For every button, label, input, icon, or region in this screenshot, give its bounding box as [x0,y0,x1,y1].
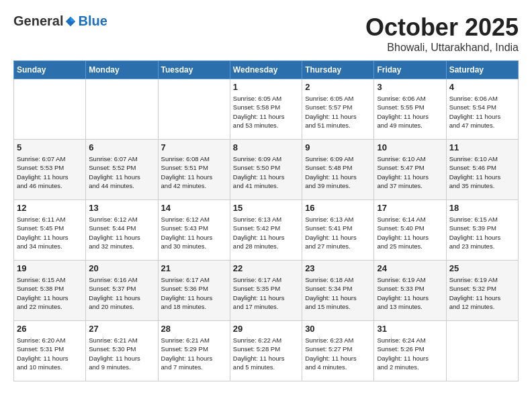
day-info: Sunrise: 6:13 AM Sunset: 5:42 PM Dayligh… [233,215,299,250]
month-title: October 2025 [365,13,519,42]
day-number: 14 [161,203,227,213]
day-info: Sunrise: 6:10 AM Sunset: 5:46 PM Dayligh… [449,154,515,190]
day-info: Sunrise: 6:07 AM Sunset: 5:53 PM Dayligh… [17,154,83,190]
calendar-cell: 3Sunrise: 6:06 AM Sunset: 5:55 PM Daylig… [374,79,446,140]
day-info: Sunrise: 6:21 AM Sunset: 5:30 PM Dayligh… [89,336,154,371]
day-number: 4 [449,82,515,92]
day-number: 2 [305,82,371,92]
calendar-cell [158,79,230,140]
calendar-cell: 4Sunrise: 6:06 AM Sunset: 5:54 PM Daylig… [446,79,518,140]
day-number: 6 [89,142,154,152]
calendar-cell: 16Sunrise: 6:13 AM Sunset: 5:41 PM Dayli… [302,200,374,261]
logo-blue: Blue [78,13,107,29]
weekday-header-wednesday: Wednesday [230,61,302,79]
day-number: 31 [377,324,443,334]
day-number: 24 [377,263,443,273]
calendar-cell: 23Sunrise: 6:18 AM Sunset: 5:34 PM Dayli… [302,261,374,321]
day-info: Sunrise: 6:19 AM Sunset: 5:33 PM Dayligh… [377,275,443,311]
weekday-header-thursday: Thursday [302,61,374,79]
day-info: Sunrise: 6:21 AM Sunset: 5:29 PM Dayligh… [161,336,227,371]
calendar-week-2: 5Sunrise: 6:07 AM Sunset: 5:53 PM Daylig… [14,140,519,200]
calendar-cell: 19Sunrise: 6:15 AM Sunset: 5:38 PM Dayli… [14,261,86,321]
calendar-week-4: 19Sunrise: 6:15 AM Sunset: 5:38 PM Dayli… [14,261,519,321]
calendar-cell: 9Sunrise: 6:09 AM Sunset: 5:48 PM Daylig… [302,140,374,200]
calendar-body: 1Sunrise: 6:05 AM Sunset: 5:58 PM Daylig… [14,79,519,381]
day-number: 23 [305,263,371,273]
calendar-week-5: 26Sunrise: 6:20 AM Sunset: 5:31 PM Dayli… [14,321,519,381]
day-number: 21 [161,263,227,273]
day-number: 27 [89,324,154,334]
calendar-cell [446,321,518,381]
day-info: Sunrise: 6:08 AM Sunset: 5:51 PM Dayligh… [161,154,227,190]
day-info: Sunrise: 6:10 AM Sunset: 5:47 PM Dayligh… [377,154,443,190]
calendar-cell: 6Sunrise: 6:07 AM Sunset: 5:52 PM Daylig… [86,140,158,200]
day-number: 9 [305,142,371,152]
day-number: 30 [305,324,371,334]
day-info: Sunrise: 6:17 AM Sunset: 5:35 PM Dayligh… [233,275,299,311]
calendar-cell: 24Sunrise: 6:19 AM Sunset: 5:33 PM Dayli… [374,261,446,321]
calendar-cell: 18Sunrise: 6:15 AM Sunset: 5:39 PM Dayli… [446,200,518,261]
day-info: Sunrise: 6:16 AM Sunset: 5:37 PM Dayligh… [89,275,154,311]
calendar-cell: 11Sunrise: 6:10 AM Sunset: 5:46 PM Dayli… [446,140,518,200]
day-number: 5 [17,142,83,152]
calendar-week-1: 1Sunrise: 6:05 AM Sunset: 5:58 PM Daylig… [14,79,519,140]
weekday-header-friday: Friday [374,61,446,79]
day-info: Sunrise: 6:06 AM Sunset: 5:54 PM Dayligh… [449,94,515,130]
day-info: Sunrise: 6:12 AM Sunset: 5:44 PM Dayligh… [89,215,154,250]
day-number: 8 [233,142,299,152]
calendar-cell: 7Sunrise: 6:08 AM Sunset: 5:51 PM Daylig… [158,140,230,200]
day-info: Sunrise: 6:05 AM Sunset: 5:57 PM Dayligh… [305,94,371,130]
day-number: 11 [449,142,515,152]
day-number: 18 [449,203,515,213]
calendar-cell [86,79,158,140]
weekday-header-tuesday: Tuesday [158,61,230,79]
calendar-cell: 25Sunrise: 6:19 AM Sunset: 5:32 PM Dayli… [446,261,518,321]
day-info: Sunrise: 6:19 AM Sunset: 5:32 PM Dayligh… [449,275,515,311]
day-number: 16 [305,203,371,213]
title-block: October 2025 Bhowali, Uttarakhand, India [365,13,519,54]
page-header: General Blue October 2025 Bhowali, Uttar… [13,13,519,54]
day-info: Sunrise: 6:12 AM Sunset: 5:43 PM Dayligh… [161,215,227,250]
calendar-cell: 20Sunrise: 6:16 AM Sunset: 5:37 PM Dayli… [86,261,158,321]
day-number: 15 [233,203,299,213]
day-info: Sunrise: 6:24 AM Sunset: 5:26 PM Dayligh… [377,336,443,371]
logo-general: General [13,13,63,29]
day-number: 3 [377,82,443,92]
calendar-cell: 17Sunrise: 6:14 AM Sunset: 5:40 PM Dayli… [374,200,446,261]
day-info: Sunrise: 6:17 AM Sunset: 5:36 PM Dayligh… [161,275,227,311]
day-number: 28 [161,324,227,334]
day-info: Sunrise: 6:15 AM Sunset: 5:38 PM Dayligh… [17,275,83,311]
day-info: Sunrise: 6:09 AM Sunset: 5:50 PM Dayligh… [233,154,299,190]
calendar-cell: 22Sunrise: 6:17 AM Sunset: 5:35 PM Dayli… [230,261,302,321]
day-number: 22 [233,263,299,273]
weekday-header-monday: Monday [86,61,158,79]
day-number: 13 [89,203,154,213]
day-info: Sunrise: 6:15 AM Sunset: 5:39 PM Dayligh… [449,215,515,250]
calendar-cell: 10Sunrise: 6:10 AM Sunset: 5:47 PM Dayli… [374,140,446,200]
day-info: Sunrise: 6:13 AM Sunset: 5:41 PM Dayligh… [305,215,371,250]
location-title: Bhowali, Uttarakhand, India [365,42,519,54]
day-info: Sunrise: 6:20 AM Sunset: 5:31 PM Dayligh… [17,336,83,371]
calendar-cell: 12Sunrise: 6:11 AM Sunset: 5:45 PM Dayli… [14,200,86,261]
day-number: 10 [377,142,443,152]
day-info: Sunrise: 6:18 AM Sunset: 5:34 PM Dayligh… [305,275,371,311]
calendar-cell [14,79,86,140]
calendar-cell: 2Sunrise: 6:05 AM Sunset: 5:57 PM Daylig… [302,79,374,140]
calendar-cell: 29Sunrise: 6:22 AM Sunset: 5:28 PM Dayli… [230,321,302,381]
weekday-header-saturday: Saturday [446,61,518,79]
day-number: 1 [233,82,299,92]
day-number: 25 [449,263,515,273]
day-info: Sunrise: 6:05 AM Sunset: 5:58 PM Dayligh… [233,94,299,130]
calendar-cell: 26Sunrise: 6:20 AM Sunset: 5:31 PM Dayli… [14,321,86,381]
day-info: Sunrise: 6:23 AM Sunset: 5:27 PM Dayligh… [305,336,371,371]
calendar-cell: 31Sunrise: 6:24 AM Sunset: 5:26 PM Dayli… [374,321,446,381]
day-number: 17 [377,203,443,213]
day-number: 7 [161,142,227,152]
weekday-header-row: SundayMondayTuesdayWednesdayThursdayFrid… [14,61,519,79]
calendar-cell: 8Sunrise: 6:09 AM Sunset: 5:50 PM Daylig… [230,140,302,200]
day-info: Sunrise: 6:22 AM Sunset: 5:28 PM Dayligh… [233,336,299,371]
day-number: 29 [233,324,299,334]
day-info: Sunrise: 6:06 AM Sunset: 5:55 PM Dayligh… [377,94,443,130]
calendar-cell: 15Sunrise: 6:13 AM Sunset: 5:42 PM Dayli… [230,200,302,261]
day-info: Sunrise: 6:14 AM Sunset: 5:40 PM Dayligh… [377,215,443,250]
